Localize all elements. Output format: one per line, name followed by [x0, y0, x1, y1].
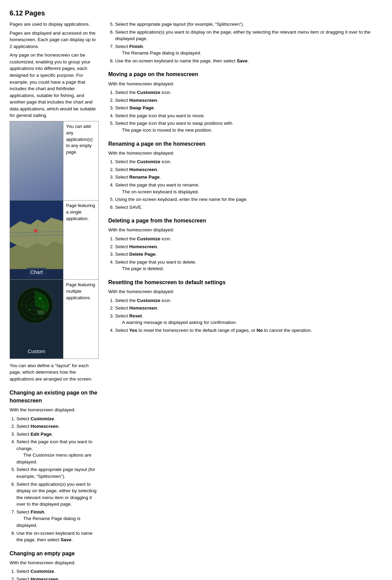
changing-empty-intro: With the homescreen displayed: [10, 559, 99, 566]
table-row: Custom Page featuring multiple applicati… [10, 279, 99, 359]
list-item: Select Customize. [16, 568, 99, 575]
renaming-intro: With the homescreen displayed: [108, 150, 382, 157]
chart-page-caption: Page featuring a single application. [63, 200, 99, 279]
radar-svg [16, 287, 54, 324]
list-item: Select the application(s) you want to di… [16, 481, 99, 508]
list-item: Select the page icon that you want to sw… [115, 120, 382, 133]
step-indent: The page icon is moved to the new positi… [122, 128, 212, 133]
deleting-intro: With the homescreen displayed: [108, 227, 382, 233]
resetting-intro: With the homescreen displayed: [108, 288, 382, 295]
list-item: Select Customize. [16, 415, 99, 422]
list-item: Select the page icon that you want to mo… [115, 112, 382, 119]
list-item: Select the Customize icon. [115, 158, 382, 165]
changing-empty-steps: Select Customize. Select Homescreen. Sel… [16, 568, 99, 580]
list-item: Select the page that you want to delete.… [115, 259, 382, 272]
svg-point-22 [43, 306, 44, 307]
list-item: Use the on-screen keyboard to name the p… [16, 530, 99, 543]
moving-steps: Select the Customize icon. Select Homesc… [115, 89, 382, 133]
list-item: Select the page icon that you want to ch… [16, 438, 99, 465]
empty-page-image [10, 121, 63, 200]
list-item: Select the appropriate page layout (for … [115, 21, 382, 28]
chart-map-svg [10, 201, 63, 269]
list-item: Select Swap Page. [115, 105, 382, 111]
step-indent: The page is deleted. [122, 266, 164, 271]
list-item: Select the application(s) you want to di… [115, 29, 382, 42]
renaming-steps: Select the Customize icon. Select Homesc… [115, 158, 382, 210]
chart-page-image: Chart [10, 201, 63, 279]
list-item: Select SAVE. [115, 204, 382, 211]
page-title: 6.12 Pages [10, 8, 382, 18]
moving-intro: With the homescreen displayed: [108, 81, 382, 87]
resetting-steps: Select the Customize icon. Select Homesc… [115, 297, 382, 334]
moving-heading: Moving a page on the homescreen [108, 70, 382, 78]
renaming-heading: Renaming a page on the homescreen [108, 140, 382, 148]
right-column: Select the appropriate page layout (for … [108, 21, 382, 580]
list-item: Select Delete Page. [115, 251, 382, 258]
step-indent: The Rename Page dialog is displayed. [16, 516, 81, 528]
custom-page-caption: Page featuring multiple applications. [63, 279, 99, 359]
intro-p3: Any page on the homescreen can be custom… [10, 52, 99, 119]
list-item: Select Homescreen. [115, 305, 382, 312]
intro-p1: Pages are used to display applications. [10, 21, 99, 28]
step-indent: The on-screen keyboard is displayed. [122, 189, 199, 194]
resetting-heading: Resetting the homescreen to default sett… [108, 278, 382, 286]
list-item: Select Homescreen. [115, 97, 382, 104]
svg-point-20 [39, 298, 41, 299]
list-item: Select Homescreen. [16, 576, 99, 580]
deleting-steps: Select the Customize icon. Select Homesc… [115, 235, 382, 272]
step-indent: The Rename Page dialog is displayed. [122, 50, 201, 56]
table-row: You can add any application(s) to any em… [10, 121, 99, 200]
step-indent: A warning message is displayed asking fo… [122, 320, 237, 325]
changing-existing-heading: Changing an existing page on the homescr… [10, 389, 99, 404]
table-bottom-note: You can also define a "layout" for each … [10, 362, 99, 383]
list-item: Select Finish. The Rename Page dialog is… [115, 43, 382, 57]
list-item: Select the page that you want to rename.… [115, 182, 382, 195]
list-item: Select the Customize icon. [115, 235, 382, 242]
list-item: Select Homescreen. [115, 166, 382, 173]
table-row: Chart Page featuring a single applicatio… [10, 200, 99, 279]
list-item: Select Homescreen. [16, 423, 99, 430]
empty-page-image-cell [10, 121, 63, 200]
custom-page-image-cell: Custom [10, 279, 63, 359]
list-item: Select the Customize icon. [115, 89, 382, 96]
page-content: 6.12 Pages Pages are used to display app… [10, 8, 382, 580]
list-item: Select the Customize icon. [115, 297, 382, 304]
svg-marker-2 [10, 242, 63, 269]
list-item: Select Edit Page. [16, 431, 99, 438]
list-item: Select Rename Page. [115, 174, 382, 181]
left-column: Pages are used to display applications. … [10, 21, 99, 580]
list-item: Select Finish. The Rename Page dialog is… [16, 509, 99, 529]
image-table: You can add any application(s) to any em… [10, 121, 99, 359]
deleting-heading: Deleting a page from the homescreen [108, 217, 382, 225]
list-item: Using the on-screen keyboard, enter the … [115, 196, 382, 203]
chart-label: Chart [27, 268, 46, 277]
list-item: Select Homescreen. [115, 243, 382, 250]
changing-existing-steps: Select Customize. Select Homescreen. Sel… [16, 415, 99, 543]
svg-point-21 [29, 309, 30, 311]
custom-label: Custom [24, 347, 49, 356]
list-item: Select Yes to reset the homescreen to th… [115, 327, 382, 334]
changing-empty-heading: Changing an empty page [10, 549, 99, 557]
list-item: Use the on-screen keyboard to name the p… [115, 58, 382, 64]
list-item: Select Reset. A warning message is displ… [115, 313, 382, 326]
changing-existing-intro: With the homescreen displayed: [10, 407, 99, 413]
step-indent: The Customize menu options are displayed… [16, 452, 91, 464]
chart-page-image-cell: Chart [10, 200, 63, 279]
custom-page-image: Custom [10, 280, 63, 359]
right-col-cont-steps: Select the appropriate page layout (for … [115, 21, 382, 64]
empty-page-caption: You can add any application(s) to any em… [63, 121, 99, 200]
list-item: Select the appropriate page layout (for … [16, 466, 99, 480]
intro-p2: Pages are displayed and accessed on the … [10, 30, 99, 50]
